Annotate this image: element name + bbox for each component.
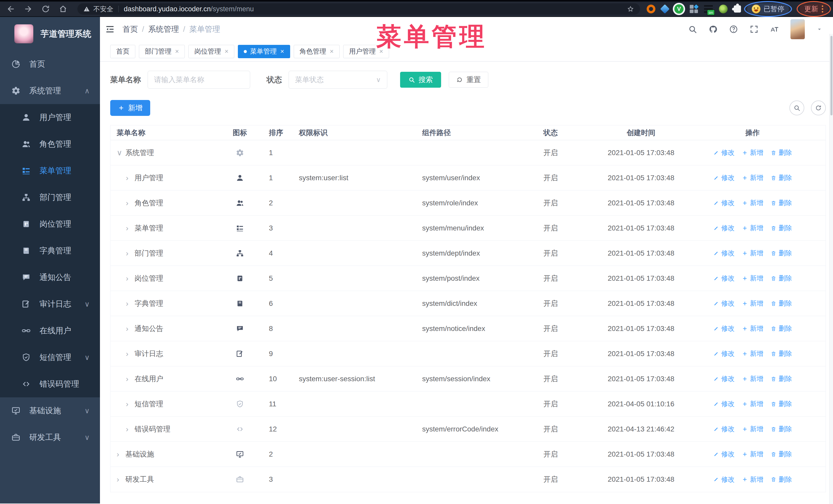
list-on-icon[interactable]: on	[704, 5, 713, 13]
expand-caret-icon[interactable]: ›	[126, 324, 135, 333]
table-row-9[interactable]: ›在线用户10system:user-session:listsystem/se…	[111, 366, 826, 391]
edit-link[interactable]: 修改	[713, 374, 735, 383]
add-child-link[interactable]: 新增	[742, 223, 763, 233]
table-row-7[interactable]: ›通知公告8system/notice/index开启2021-01-05 17…	[111, 316, 826, 341]
expand-caret-icon[interactable]: ›	[126, 350, 135, 358]
close-icon[interactable]: ×	[280, 47, 284, 55]
close-icon[interactable]: ×	[330, 47, 334, 55]
table-row-8[interactable]: ›审计日志9开启2021-01-05 17:03:48修改新增删除	[111, 341, 826, 366]
add-child-link[interactable]: 新增	[742, 274, 763, 283]
table-row-6[interactable]: ›字典管理6system/dict/index开启2021-01-05 17:0…	[111, 291, 826, 316]
help-icon[interactable]	[729, 25, 738, 34]
close-icon[interactable]: ×	[175, 47, 179, 55]
edit-link[interactable]: 修改	[713, 173, 735, 182]
target-icon[interactable]	[647, 5, 656, 13]
sidebar-item-1[interactable]: 系统管理∧	[0, 77, 100, 104]
edit-link[interactable]: 修改	[713, 249, 735, 258]
expand-caret-icon[interactable]: ›	[126, 199, 135, 208]
edit-link[interactable]: 修改	[713, 274, 735, 283]
chrome-update-button[interactable]: 更新	[800, 3, 828, 15]
add-child-link[interactable]: 新增	[742, 374, 763, 383]
delete-link[interactable]: 删除	[770, 223, 792, 233]
menu-name-input[interactable]	[148, 71, 250, 89]
sidebar-item-8[interactable]: 通知公告	[0, 264, 100, 291]
sidebar-item-3[interactable]: 角色管理	[0, 131, 100, 158]
chevron-down-icon[interactable]	[816, 26, 823, 32]
expand-caret-icon[interactable]: ›	[126, 425, 135, 433]
sidebar-item-14[interactable]: 研发工具∨	[0, 424, 100, 451]
scrollbar[interactable]	[829, 34, 833, 504]
table-row-10[interactable]: ›短信管理11开启2021-04-05 01:10:16修改新增删除	[111, 391, 826, 416]
table-row-5[interactable]: ›岗位管理5system/post/index开启2021-01-05 17:0…	[111, 266, 826, 291]
delete-link[interactable]: 删除	[770, 249, 792, 258]
delete-link[interactable]: 删除	[770, 400, 792, 408]
delete-link[interactable]: 删除	[770, 173, 792, 182]
table-row-11[interactable]: ›错误码管理12system/errorCode/index开启2021-04-…	[111, 416, 826, 442]
tab-0[interactable]: 首页	[110, 45, 135, 58]
add-child-link[interactable]: 新增	[742, 400, 763, 408]
address-bar[interactable]: 不安全 dashboard.yudao.iocoder.cn /system/m…	[77, 3, 640, 15]
refresh-table-button[interactable]	[811, 100, 826, 115]
spy-icon[interactable]	[719, 5, 728, 13]
delete-link[interactable]: 删除	[770, 425, 792, 433]
font-size-icon[interactable]	[770, 25, 779, 34]
tab-2[interactable]: 岗位管理×	[188, 45, 234, 58]
edit-link[interactable]: 修改	[713, 400, 735, 408]
add-child-link[interactable]: 新增	[742, 249, 763, 258]
table-row-4[interactable]: ›部门管理4system/dept/index开启2021-01-05 17:0…	[111, 241, 826, 266]
home-icon[interactable]	[58, 4, 68, 14]
expand-caret-icon[interactable]: ›	[126, 274, 135, 283]
github-icon[interactable]	[709, 25, 718, 34]
gem-icon[interactable]	[660, 4, 670, 14]
add-child-link[interactable]: 新增	[742, 299, 763, 308]
reset-button[interactable]: 重置	[449, 72, 488, 88]
add-child-link[interactable]: 新增	[742, 173, 763, 182]
expand-caret-icon[interactable]: ›	[126, 400, 135, 408]
add-child-link[interactable]: 新增	[742, 324, 763, 333]
sidebar-item-10[interactable]: 在线用户	[0, 317, 100, 344]
reload-icon[interactable]	[41, 4, 50, 14]
table-row-0[interactable]: ∨系统管理1开启2021-01-05 17:03:48修改新增删除	[111, 140, 826, 165]
table-row-12[interactable]: ›基础设施2开启2021-01-05 17:03:48修改新增删除	[111, 442, 826, 467]
sidebar-item-5[interactable]: 部门管理	[0, 184, 100, 211]
edit-link[interactable]: 修改	[713, 475, 735, 484]
tab-1[interactable]: 部门管理×	[139, 45, 185, 58]
add-child-link[interactable]: 新增	[742, 148, 763, 157]
delete-link[interactable]: 删除	[770, 274, 792, 283]
sidebar-item-12[interactable]: 错误码管理	[0, 371, 100, 398]
table-row-2[interactable]: ›角色管理2system/role/index开启2021-01-05 17:0…	[111, 190, 826, 216]
app-logo[interactable]: 芋道管理系统	[0, 17, 100, 51]
grid-icon[interactable]	[690, 5, 698, 13]
add-child-link[interactable]: 新增	[742, 475, 763, 484]
forward-icon[interactable]	[24, 4, 33, 14]
add-child-link[interactable]: 新增	[742, 425, 763, 433]
sidebar-item-0[interactable]: 首页	[0, 51, 100, 77]
delete-link[interactable]: 删除	[770, 198, 792, 208]
security-label[interactable]: 不安全	[93, 5, 113, 14]
breadcrumb-system[interactable]: 系统管理	[148, 24, 179, 34]
expand-caret-icon[interactable]: ›	[126, 224, 135, 233]
fullscreen-icon[interactable]	[749, 25, 759, 34]
kebab-menu-icon[interactable]	[822, 5, 823, 13]
expand-caret-icon[interactable]: ›	[126, 375, 135, 383]
puzzle-icon[interactable]	[734, 5, 741, 13]
add-child-link[interactable]: 新增	[742, 349, 763, 358]
tab-3[interactable]: 菜单管理×	[238, 45, 290, 58]
expand-caret-icon[interactable]: ›	[117, 450, 125, 459]
edit-link[interactable]: 修改	[713, 223, 735, 233]
breadcrumb-home[interactable]: 首页	[122, 24, 138, 34]
expand-caret-icon[interactable]: ›	[126, 173, 135, 182]
search-button[interactable]: 搜索	[400, 72, 441, 88]
delete-link[interactable]: 删除	[770, 374, 792, 383]
search-icon[interactable]	[688, 25, 697, 34]
close-icon[interactable]: ×	[224, 47, 229, 55]
sidebar-item-7[interactable]: 字典管理	[0, 237, 100, 264]
sidebar-item-11[interactable]: 短信管理∨	[0, 344, 100, 371]
expand-caret-icon[interactable]: ›	[117, 475, 125, 484]
edit-link[interactable]: 修改	[713, 148, 735, 157]
edit-link[interactable]: 修改	[713, 198, 735, 208]
delete-link[interactable]: 删除	[770, 450, 792, 459]
edit-link[interactable]: 修改	[713, 324, 735, 333]
sidebar-item-13[interactable]: 基础设施∨	[0, 398, 100, 424]
sidebar-item-9[interactable]: 审计日志∨	[0, 291, 100, 317]
